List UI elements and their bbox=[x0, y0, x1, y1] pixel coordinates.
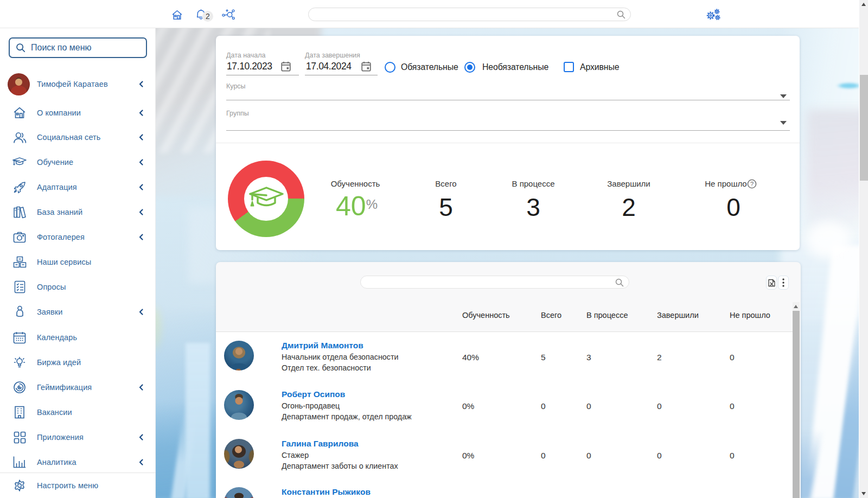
svg-text:?: ? bbox=[750, 181, 754, 187]
